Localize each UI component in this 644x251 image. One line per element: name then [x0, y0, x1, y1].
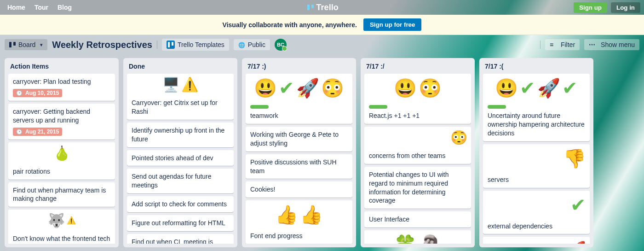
nav-brand: Trello	[72, 3, 574, 12]
card[interactable]: Identify ownership up front in the futur…	[127, 123, 234, 147]
due-date-badge: Aug 21, 2015	[13, 128, 62, 136]
card[interactable]: carryover: Getting backend servers up an…	[8, 104, 115, 140]
card[interactable]: 🍐pair rotations	[8, 142, 115, 180]
trello-templates-button[interactable]: Trello Templates	[162, 39, 229, 51]
card[interactable]: Find out when pharmacy team is making ch…	[8, 182, 115, 207]
show-menu-label: Show menu	[601, 41, 635, 48]
card-title: Working with George & Pete to adjust sty…	[250, 130, 348, 148]
card[interactable]: 🖥️⚠️Carryover: get Citrix set up for Ras…	[127, 74, 234, 120]
board-icon	[9, 42, 16, 47]
cards-container: 🖥️⚠️Carryover: get Citrix set up for Ras…	[127, 74, 234, 244]
card[interactable]: 😃✔🚀✔Uncertainty around future ownership …	[483, 74, 590, 141]
board-canvas[interactable]: Action Itemscarryover: Plan load testing…	[0, 54, 644, 251]
global-nav: Home Tour Blog Trello Sign up Log in	[0, 0, 644, 15]
card-title: concerns from other teams	[369, 152, 466, 160]
card-title: Add script to check for comments	[132, 200, 229, 209]
member-avatar[interactable]: BC	[275, 39, 287, 51]
card[interactable]: Cookies!	[246, 181, 352, 198]
filter-label: Filter	[561, 41, 575, 48]
trello-logo-icon	[307, 5, 314, 10]
card-label	[369, 105, 387, 109]
card-title: carryover: Plan load testing	[13, 77, 110, 86]
card[interactable]: Find out when CL meeting is	[127, 234, 234, 244]
card[interactable]: 🍀🗿politics	[364, 230, 471, 244]
card-title: Find out when CL meeting is	[132, 238, 229, 244]
card-title: teamwork	[250, 111, 348, 120]
list: Done🖥️⚠️Carryover: get Citrix set up for…	[123, 58, 237, 247]
card-title: external dependencies	[488, 222, 585, 231]
banner-signup-button[interactable]: Sign up for free	[363, 18, 421, 31]
card[interactable]: 😳concerns from other teams	[364, 127, 471, 164]
board-header: Board Weekly Retrospectives Trello Templ…	[0, 35, 644, 54]
signup-banner: Visually collaborate with anyone, anywhe…	[0, 15, 644, 35]
card-title: pair rotations	[13, 167, 110, 176]
nav-links: Home Tour Blog	[4, 4, 72, 11]
nav-blog[interactable]: Blog	[58, 4, 72, 11]
card-title: Potential changes to UI with regard to m…	[369, 170, 466, 205]
divider	[540, 41, 540, 49]
card-label	[250, 105, 269, 109]
card[interactable]: Positive discussions with SUH team	[246, 154, 352, 179]
cards-container: 😃✔🚀😳teamworkWorking with George & Pete t…	[246, 74, 352, 244]
list: 7/17 :/😃😳React.js +1 +1 +1😳concerns from…	[361, 58, 475, 247]
card-title: Don't know what the frontend tech stack …	[13, 234, 110, 244]
card-title: servers	[488, 175, 585, 184]
cards-container: carryover: Plan load testingAug 10, 2015…	[8, 74, 115, 244]
card[interactable]: 😃✔🚀😳teamwork	[246, 74, 352, 124]
board-view-label: Board	[18, 41, 35, 48]
card-title: Find out when pharmacy team is making ch…	[13, 186, 110, 204]
card[interactable]: Pointed stories ahead of dev	[127, 150, 234, 166]
show-menu-button[interactable]: Show menu	[584, 39, 639, 50]
globe-icon	[238, 41, 245, 48]
list-title[interactable]: Done	[127, 62, 234, 74]
list-title[interactable]: 7/17 :)	[246, 62, 352, 74]
card-title: Send out agendas for future meetings	[132, 172, 229, 190]
card[interactable]: 🚀me too / kitchen sink feature requests	[483, 237, 590, 244]
login-button[interactable]: Log in	[611, 2, 640, 13]
filter-button[interactable]: ≡ Filter	[545, 39, 580, 50]
card[interactable]: 😃😳React.js +1 +1 +1	[364, 74, 471, 124]
list-title[interactable]: 7/17 :/	[364, 62, 471, 74]
templates-label: Trello Templates	[178, 41, 224, 48]
card-title: User Interface	[369, 215, 466, 224]
menu-dots-icon	[589, 41, 598, 48]
list-title[interactable]: Action Items	[8, 62, 115, 74]
card[interactable]: Add script to check for comments	[127, 196, 234, 212]
card[interactable]: Figure out reformatting for HTML	[127, 215, 234, 231]
card[interactable]: 🐺⚠️Don't know what the frontend tech sta…	[8, 210, 115, 244]
list-title[interactable]: 7/17 :(	[483, 62, 590, 74]
trello-templates-icon	[167, 41, 175, 49]
board-view-switcher[interactable]: Board	[5, 39, 47, 50]
card[interactable]: User Interface	[364, 211, 471, 228]
card[interactable]: ✔external dependencies	[483, 191, 590, 234]
card[interactable]: Send out agendas for future meetings	[127, 169, 234, 193]
visibility-label: Public	[248, 41, 265, 48]
list: 7/17 :)😃✔🚀😳teamworkWorking with George &…	[242, 58, 356, 247]
visibility-button[interactable]: Public	[234, 39, 270, 50]
list: Action Itemscarryover: Plan load testing…	[5, 58, 119, 247]
due-date-badge: Aug 10, 2015	[13, 89, 62, 97]
nav-tour[interactable]: Tour	[34, 4, 48, 11]
banner-text: Visually collaborate with anyone, anywhe…	[223, 21, 357, 29]
nav-auth: Sign up Log in	[574, 2, 640, 13]
card-title: carryover: Getting backend servers up an…	[13, 107, 110, 125]
card-title: Uncertainty around future ownership hamp…	[488, 111, 585, 138]
filter-icon: ≡	[550, 41, 553, 48]
nav-home[interactable]: Home	[7, 4, 25, 11]
card-title: Carryover: get Citrix set up for Rashi	[132, 99, 229, 116]
clock-icon	[16, 90, 23, 96]
board-name[interactable]: Weekly Retrospectives	[52, 40, 152, 50]
card[interactable]: Working with George & Pete to adjust sty…	[246, 127, 352, 152]
card-title: Positive discussions with SUH team	[250, 158, 348, 175]
card[interactable]: 👎servers	[483, 144, 590, 188]
list: 7/17 :(😃✔🚀✔Uncertainty around future own…	[479, 58, 593, 247]
card-label	[488, 105, 506, 109]
signup-button[interactable]: Sign up	[574, 2, 607, 13]
cards-container: 😃😳React.js +1 +1 +1😳concerns from other …	[364, 74, 471, 244]
card-title: Cookies!	[250, 185, 348, 194]
card-title: Pointed stories ahead of dev	[132, 154, 229, 163]
card[interactable]: carryover: Plan load testingAug 10, 2015	[8, 74, 115, 101]
card[interactable]: 👍👍Font end progress	[246, 200, 352, 244]
cards-container: 😃✔🚀✔Uncertainty around future ownership …	[483, 74, 590, 244]
card[interactable]: Potential changes to UI with regard to m…	[364, 167, 471, 209]
